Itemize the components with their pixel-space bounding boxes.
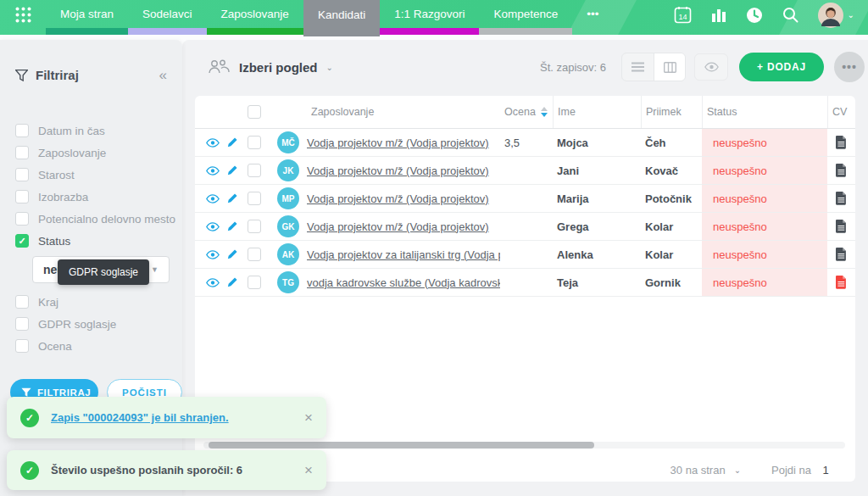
filter-item-starost[interactable]: Starost bbox=[0, 164, 182, 186]
job-link[interactable]: vodja kadrovske službe (Vodja kadrovske bbox=[307, 276, 500, 289]
view-record-icon[interactable] bbox=[206, 194, 220, 203]
close-toast-icon[interactable]: × bbox=[304, 410, 313, 425]
app-launcher-icon[interactable] bbox=[0, 0, 46, 35]
cv-document-icon[interactable] bbox=[836, 164, 847, 177]
edit-record-icon[interactable] bbox=[227, 221, 237, 231]
calendar-icon[interactable]: 14 bbox=[674, 6, 692, 24]
filter-item-gdpr-soglasje[interactable]: GDPR soglasje bbox=[0, 313, 182, 335]
more-actions-button[interactable]: ••• bbox=[834, 52, 865, 82]
job-link[interactable]: Vodja projektov za italijanski trg (Vodj… bbox=[307, 248, 500, 261]
row-checkbox[interactable] bbox=[248, 276, 261, 289]
column-header-ocena[interactable]: Ocena bbox=[500, 96, 553, 128]
filter-checkbox[interactable] bbox=[15, 339, 29, 353]
view-record-icon[interactable] bbox=[206, 166, 220, 176]
edit-record-icon[interactable] bbox=[227, 249, 237, 259]
row-checkbox[interactable] bbox=[248, 220, 261, 233]
filter-checkbox[interactable] bbox=[15, 168, 29, 181]
select-all-checkbox[interactable] bbox=[248, 105, 261, 119]
row-checkbox[interactable] bbox=[248, 136, 261, 149]
add-record-button[interactable]: + DODAJ bbox=[739, 53, 824, 81]
filter-item-potencialno-delovno-mesto[interactable]: Potencialno delovno mesto bbox=[0, 208, 182, 230]
column-header-status[interactable]: Status bbox=[702, 96, 827, 128]
filter-checkbox[interactable] bbox=[15, 295, 29, 309]
view-record-icon[interactable] bbox=[206, 138, 220, 148]
filter-item-izobrazba[interactable]: Izobrazba bbox=[0, 186, 182, 208]
filter-checkbox[interactable] bbox=[15, 190, 29, 203]
filter-item-status[interactable]: Status bbox=[0, 230, 182, 252]
view-record-icon[interactable] bbox=[206, 278, 220, 287]
row-actions bbox=[195, 249, 239, 259]
row-cv-cell bbox=[827, 248, 854, 261]
edit-record-icon[interactable] bbox=[227, 193, 237, 203]
filter-item-zaposlovanje[interactable]: Zaposlovanje bbox=[0, 142, 182, 164]
analytics-icon[interactable] bbox=[711, 8, 726, 23]
row-checkbox[interactable] bbox=[248, 164, 261, 177]
edit-record-icon[interactable] bbox=[227, 277, 237, 287]
search-icon[interactable] bbox=[782, 7, 798, 23]
row-checkbox[interactable] bbox=[248, 248, 261, 261]
toast-message[interactable]: Zapis "000024093" je bil shranjen. bbox=[51, 411, 229, 424]
filter-item-ocena[interactable]: Ocena bbox=[0, 335, 182, 357]
nav-item-kandidati[interactable]: Kandidati bbox=[303, 0, 380, 36]
per-page-selector[interactable]: 30 na stran ⌄ bbox=[670, 464, 741, 476]
row-ocena-cell bbox=[500, 275, 553, 290]
column-header-ime[interactable]: Ime bbox=[553, 96, 641, 128]
view-selector[interactable]: Izberi pogled ⌄ bbox=[208, 58, 333, 76]
nav-item-zaposlovanje[interactable]: Zaposlovanje bbox=[207, 0, 303, 35]
row-priimek-cell: Kovač bbox=[641, 163, 702, 178]
nav-item-item[interactable]: ••• bbox=[572, 0, 613, 35]
group-icon bbox=[208, 58, 231, 76]
filter-checkbox[interactable] bbox=[15, 212, 29, 226]
column-header-priimek[interactable]: Priimek bbox=[641, 96, 702, 128]
list-view-button[interactable] bbox=[622, 53, 654, 81]
ocena-value bbox=[500, 276, 504, 289]
filter-item-kraj[interactable]: Kraj bbox=[0, 291, 182, 313]
cv-document-icon[interactable] bbox=[836, 220, 847, 233]
nav-underline bbox=[207, 28, 303, 35]
job-link[interactable]: Vodja projektov m/ž (Vodja projektov) bbox=[307, 164, 500, 177]
success-check-icon: ✓ bbox=[20, 461, 39, 480]
horizontal-scrollbar[interactable] bbox=[203, 442, 845, 449]
collapse-sidebar-icon[interactable]: « bbox=[159, 68, 167, 82]
cv-document-icon[interactable] bbox=[836, 136, 847, 149]
sort-icon[interactable] bbox=[541, 107, 548, 117]
filter-checkbox[interactable] bbox=[15, 146, 29, 159]
row-job-cell: Vodja projektov za italijanski trg (Vodj… bbox=[307, 248, 500, 261]
clock-icon[interactable] bbox=[746, 7, 763, 24]
filter-checkbox[interactable] bbox=[15, 234, 29, 248]
row-avatar-cell: AK bbox=[270, 243, 307, 265]
nav-item-sodelavci[interactable]: Sodelavci bbox=[128, 0, 207, 35]
view-record-icon[interactable] bbox=[206, 222, 220, 231]
cv-document-icon[interactable] bbox=[836, 248, 847, 261]
nav-item-moja-stran[interactable]: Moja stran bbox=[46, 0, 128, 35]
nav-item-1-1-razgovori[interactable]: 1:1 Razgovori bbox=[380, 0, 479, 35]
user-avatar[interactable]: ⌄ bbox=[818, 3, 854, 28]
filter-item-datum-in-as[interactable]: Datum in čas bbox=[0, 120, 182, 142]
cv-document-icon[interactable] bbox=[836, 276, 847, 289]
visibility-button[interactable] bbox=[694, 53, 728, 81]
edit-record-icon[interactable] bbox=[227, 165, 237, 176]
job-link[interactable]: Vodja projektov m/ž (Vodja projektov) bbox=[307, 192, 500, 205]
job-link[interactable]: Vodja projektov m/ž (Vodja projektov) bbox=[307, 137, 500, 149]
view-record-icon[interactable] bbox=[206, 250, 220, 259]
column-view-button[interactable] bbox=[654, 53, 685, 81]
column-header-zaposlovanje[interactable]: Zaposlovanje bbox=[307, 96, 500, 128]
edit-record-icon[interactable] bbox=[227, 137, 237, 148]
scrollbar-thumb[interactable] bbox=[209, 442, 594, 449]
goto-page-input[interactable]: 1 bbox=[818, 464, 833, 476]
nav-item-kompetence[interactable]: Kompetence bbox=[479, 0, 572, 35]
filter-checkbox[interactable] bbox=[15, 317, 29, 331]
filter-checkbox[interactable] bbox=[15, 124, 29, 137]
column-header-cv[interactable]: CV bbox=[827, 96, 854, 128]
row-ime-cell: Mojca bbox=[553, 135, 641, 150]
cv-document-icon[interactable] bbox=[836, 192, 847, 205]
ime-value: Alenka bbox=[553, 248, 593, 261]
status-badge: neuspešno bbox=[702, 213, 827, 240]
chevron-down-icon: ⌄ bbox=[326, 63, 333, 72]
job-link[interactable]: Vodja projektov m/ž (Vodja projektov) bbox=[307, 220, 500, 233]
close-toast-icon[interactable]: × bbox=[304, 463, 313, 477]
row-ime-cell: Jani bbox=[553, 163, 641, 178]
table-row: JKVodja projektov m/ž (Vodja projektov)J… bbox=[195, 157, 855, 185]
filter-funnel-icon bbox=[15, 70, 28, 81]
row-checkbox[interactable] bbox=[248, 192, 261, 205]
